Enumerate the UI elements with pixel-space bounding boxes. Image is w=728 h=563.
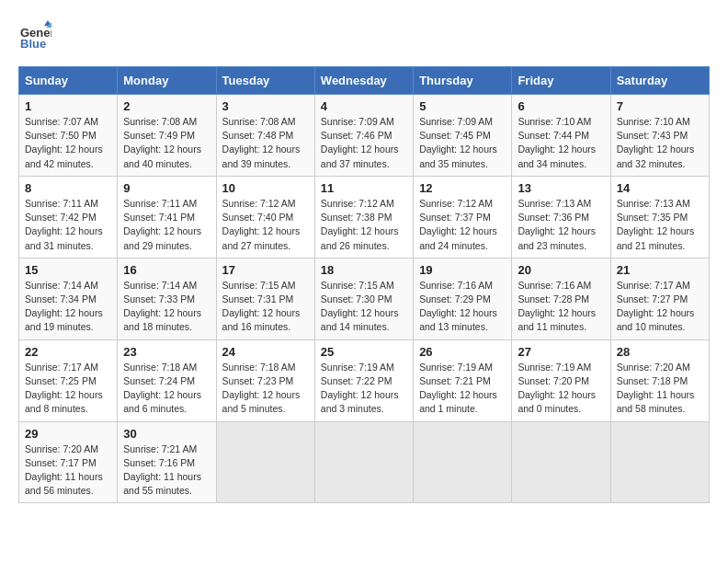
day-info: Sunrise: 7:19 AM Sunset: 7:21 PM Dayligh… [419, 361, 506, 417]
calendar-cell: 20Sunrise: 7:16 AM Sunset: 7:28 PM Dayli… [512, 258, 610, 339]
calendar-cell: 17Sunrise: 7:15 AM Sunset: 7:31 PM Dayli… [216, 258, 314, 339]
calendar-cell: 29Sunrise: 7:20 AM Sunset: 7:17 PM Dayli… [19, 421, 118, 503]
day-info: Sunrise: 7:13 AM Sunset: 7:35 PM Dayligh… [617, 197, 703, 253]
calendar-cell: 1Sunrise: 7:07 AM Sunset: 7:50 PM Daylig… [19, 95, 118, 177]
day-info: Sunrise: 7:17 AM Sunset: 7:25 PM Dayligh… [25, 361, 111, 417]
page-header: General Blue [18, 18, 710, 52]
day-number: 24 [222, 345, 309, 359]
day-number: 5 [419, 99, 506, 113]
calendar-cell [512, 421, 610, 503]
calendar-cell: 11Sunrise: 7:12 AM Sunset: 7:38 PM Dayli… [314, 176, 413, 258]
calendar-cell: 6Sunrise: 7:10 AM Sunset: 7:44 PM Daylig… [512, 95, 610, 177]
calendar-cell [414, 421, 512, 503]
calendar-cell: 30Sunrise: 7:21 AM Sunset: 7:16 PM Dayli… [118, 421, 216, 503]
calendar-cell: 28Sunrise: 7:20 AM Sunset: 7:18 PM Dayli… [610, 339, 709, 421]
day-number: 28 [617, 345, 703, 359]
day-number: 22 [25, 345, 111, 359]
day-info: Sunrise: 7:10 AM Sunset: 7:43 PM Dayligh… [617, 115, 703, 171]
day-header-wednesday: Wednesday [314, 67, 413, 95]
day-info: Sunrise: 7:18 AM Sunset: 7:23 PM Dayligh… [222, 361, 309, 417]
day-number: 21 [617, 263, 703, 277]
day-number: 18 [321, 263, 407, 277]
calendar-cell: 5Sunrise: 7:09 AM Sunset: 7:45 PM Daylig… [414, 95, 512, 177]
day-number: 14 [617, 181, 703, 195]
day-info: Sunrise: 7:09 AM Sunset: 7:45 PM Dayligh… [419, 115, 506, 171]
svg-text:Blue: Blue [20, 37, 46, 51]
day-number: 7 [617, 99, 703, 113]
day-info: Sunrise: 7:10 AM Sunset: 7:44 PM Dayligh… [518, 115, 604, 171]
day-info: Sunrise: 7:11 AM Sunset: 7:42 PM Dayligh… [25, 197, 111, 253]
day-header-tuesday: Tuesday [216, 67, 314, 95]
day-info: Sunrise: 7:16 AM Sunset: 7:29 PM Dayligh… [419, 279, 506, 335]
day-info: Sunrise: 7:15 AM Sunset: 7:30 PM Dayligh… [321, 279, 407, 335]
calendar-cell: 4Sunrise: 7:09 AM Sunset: 7:46 PM Daylig… [314, 95, 413, 177]
calendar-cell: 18Sunrise: 7:15 AM Sunset: 7:30 PM Dayli… [314, 258, 413, 339]
calendar-cell: 19Sunrise: 7:16 AM Sunset: 7:29 PM Dayli… [414, 258, 512, 339]
day-number: 20 [518, 263, 604, 277]
day-number: 6 [518, 99, 604, 113]
day-number: 4 [321, 99, 407, 113]
day-info: Sunrise: 7:13 AM Sunset: 7:36 PM Dayligh… [518, 197, 604, 253]
day-info: Sunrise: 7:11 AM Sunset: 7:41 PM Dayligh… [123, 197, 210, 253]
day-number: 19 [419, 263, 506, 277]
calendar-cell [314, 421, 413, 503]
day-info: Sunrise: 7:19 AM Sunset: 7:22 PM Dayligh… [321, 361, 407, 417]
day-number: 25 [321, 345, 407, 359]
day-info: Sunrise: 7:21 AM Sunset: 7:16 PM Dayligh… [123, 442, 210, 499]
day-info: Sunrise: 7:09 AM Sunset: 7:46 PM Dayligh… [321, 115, 407, 171]
calendar-cell: 7Sunrise: 7:10 AM Sunset: 7:43 PM Daylig… [610, 95, 709, 177]
day-info: Sunrise: 7:14 AM Sunset: 7:34 PM Dayligh… [25, 279, 111, 335]
day-info: Sunrise: 7:17 AM Sunset: 7:27 PM Dayligh… [617, 279, 703, 335]
calendar-cell: 2Sunrise: 7:08 AM Sunset: 7:49 PM Daylig… [118, 95, 216, 177]
day-header-sunday: Sunday [19, 67, 118, 95]
day-info: Sunrise: 7:12 AM Sunset: 7:37 PM Dayligh… [419, 197, 506, 253]
day-header-thursday: Thursday [414, 67, 512, 95]
calendar-cell [610, 421, 709, 503]
day-info: Sunrise: 7:12 AM Sunset: 7:38 PM Dayligh… [321, 197, 407, 253]
calendar-cell: 15Sunrise: 7:14 AM Sunset: 7:34 PM Dayli… [19, 258, 118, 339]
calendar-cell [216, 421, 314, 503]
calendar-cell: 8Sunrise: 7:11 AM Sunset: 7:42 PM Daylig… [19, 176, 118, 258]
day-info: Sunrise: 7:15 AM Sunset: 7:31 PM Dayligh… [222, 279, 309, 335]
day-number: 30 [123, 427, 210, 441]
calendar-cell: 27Sunrise: 7:19 AM Sunset: 7:20 PM Dayli… [512, 339, 610, 421]
day-number: 29 [25, 427, 111, 441]
calendar-cell: 14Sunrise: 7:13 AM Sunset: 7:35 PM Dayli… [610, 176, 709, 258]
day-info: Sunrise: 7:07 AM Sunset: 7:50 PM Dayligh… [25, 115, 111, 171]
day-number: 13 [518, 181, 604, 195]
calendar-cell: 12Sunrise: 7:12 AM Sunset: 7:37 PM Dayli… [414, 176, 512, 258]
day-number: 3 [222, 99, 309, 113]
day-number: 2 [123, 99, 210, 113]
calendar-table: SundayMondayTuesdayWednesdayThursdayFrid… [18, 66, 710, 503]
day-number: 12 [419, 181, 506, 195]
day-info: Sunrise: 7:20 AM Sunset: 7:18 PM Dayligh… [617, 361, 703, 417]
day-info: Sunrise: 7:16 AM Sunset: 7:28 PM Dayligh… [518, 279, 604, 335]
calendar-cell: 21Sunrise: 7:17 AM Sunset: 7:27 PM Dayli… [610, 258, 709, 339]
day-info: Sunrise: 7:12 AM Sunset: 7:40 PM Dayligh… [222, 197, 309, 253]
day-number: 27 [518, 345, 604, 359]
day-number: 16 [123, 263, 210, 277]
calendar-cell: 16Sunrise: 7:14 AM Sunset: 7:33 PM Dayli… [118, 258, 216, 339]
day-info: Sunrise: 7:08 AM Sunset: 7:48 PM Dayligh… [222, 115, 309, 171]
calendar-cell: 24Sunrise: 7:18 AM Sunset: 7:23 PM Dayli… [216, 339, 314, 421]
day-info: Sunrise: 7:19 AM Sunset: 7:20 PM Dayligh… [518, 361, 604, 417]
logo-icon: General Blue [18, 18, 51, 52]
day-header-saturday: Saturday [610, 67, 709, 95]
day-info: Sunrise: 7:18 AM Sunset: 7:24 PM Dayligh… [123, 361, 210, 417]
day-number: 9 [123, 181, 210, 195]
day-number: 1 [25, 99, 111, 113]
day-number: 17 [222, 263, 309, 277]
calendar-cell: 22Sunrise: 7:17 AM Sunset: 7:25 PM Dayli… [19, 339, 118, 421]
day-number: 8 [25, 181, 111, 195]
day-number: 11 [321, 181, 407, 195]
calendar-cell: 26Sunrise: 7:19 AM Sunset: 7:21 PM Dayli… [414, 339, 512, 421]
day-number: 23 [123, 345, 210, 359]
day-number: 15 [25, 263, 111, 277]
day-header-friday: Friday [512, 67, 610, 95]
day-info: Sunrise: 7:14 AM Sunset: 7:33 PM Dayligh… [123, 279, 210, 335]
calendar-cell: 25Sunrise: 7:19 AM Sunset: 7:22 PM Dayli… [314, 339, 413, 421]
day-number: 26 [419, 345, 506, 359]
calendar-cell: 23Sunrise: 7:18 AM Sunset: 7:24 PM Dayli… [118, 339, 216, 421]
day-info: Sunrise: 7:08 AM Sunset: 7:49 PM Dayligh… [123, 115, 210, 171]
calendar-cell: 10Sunrise: 7:12 AM Sunset: 7:40 PM Dayli… [216, 176, 314, 258]
